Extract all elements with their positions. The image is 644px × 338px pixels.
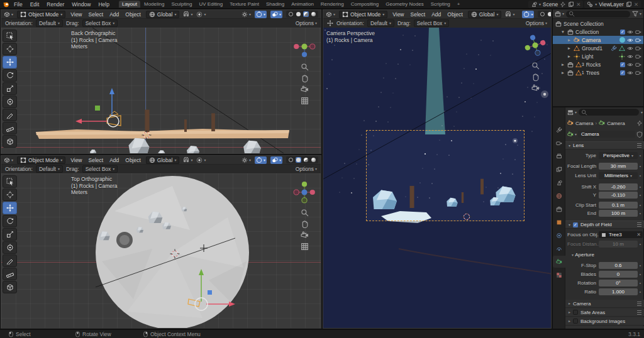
tool-select-box[interactable] (3, 175, 17, 188)
gizmos-dropdown[interactable]: ▾ (522, 11, 534, 18)
exclude-checkbox[interactable]: ✓ (620, 30, 625, 35)
render-visibility-icon[interactable] (635, 29, 641, 35)
scene-selector[interactable]: ▾ Scene ✕ (528, 1, 583, 8)
tab-layout[interactable]: Layout (119, 1, 140, 8)
tab-modeling[interactable]: Modeling (141, 1, 167, 8)
tool-measure[interactable] (3, 268, 17, 280)
viewport-display-section-header[interactable]: ▸Viewport Display (565, 326, 644, 329)
filter-dropdown[interactable]: ▾ (632, 11, 641, 17)
safe-areas-section-header[interactable]: ▸Safe Areas (565, 308, 644, 317)
shading-wireframe-button[interactable] (540, 11, 545, 17)
menu-select[interactable]: Select (87, 11, 105, 18)
tool-select-box[interactable] (3, 30, 17, 42)
menu-view[interactable]: View (391, 11, 405, 18)
tool-scale[interactable] (3, 82, 17, 95)
menu-file[interactable]: File (11, 1, 26, 8)
tab-physics[interactable] (553, 229, 565, 241)
render-visibility-icon[interactable] (635, 45, 641, 52)
tool-move[interactable] (3, 202, 17, 214)
hide-eye-icon[interactable] (627, 70, 633, 76)
menu-add[interactable]: Add (108, 11, 120, 18)
dof-checkbox[interactable]: ✓ (573, 222, 578, 227)
mode-dropdown[interactable]: Object Mode▾ (17, 156, 65, 164)
tab-rendering[interactable]: Rendering (318, 1, 347, 8)
lens-unit-dropdown[interactable]: Millimeters▾ (599, 172, 638, 179)
tab-animation[interactable]: Animation (288, 1, 317, 8)
menu-edit[interactable]: Edit (27, 1, 43, 8)
tool-measure[interactable] (3, 122, 17, 134)
drag-setting-dropdown[interactable]: Select Box▾ (82, 165, 118, 173)
hide-eye-icon[interactable] (627, 37, 633, 43)
expand-icon[interactable]: ► (567, 38, 572, 42)
clip-start-field[interactable]: 0.1 m (599, 202, 638, 209)
menu-view[interactable]: View (69, 157, 83, 163)
menu-render[interactable]: Render (43, 1, 67, 8)
tool-add-cube[interactable] (3, 135, 17, 148)
menu-object[interactable]: Object (446, 11, 464, 18)
outliner-row-light[interactable]: ► Light (553, 52, 643, 60)
tool-annotate[interactable] (3, 109, 17, 121)
options-dropdown[interactable]: Options▾ (296, 20, 317, 26)
outliner-search-input[interactable] (566, 11, 630, 18)
tab-output[interactable] (553, 150, 565, 162)
move-gizmo[interactable] (75, 88, 119, 127)
tab-scripting[interactable]: Scripting (428, 1, 453, 8)
shading-material-button[interactable] (303, 157, 309, 163)
orientation-gizmo[interactable] (291, 33, 318, 60)
tab-compositing[interactable]: Compositing (348, 1, 382, 8)
mode-dropdown[interactable]: Object Mode▾ (339, 11, 387, 18)
editor-type-button[interactable]: ▾ (567, 109, 577, 116)
camera-view-icon[interactable] (531, 84, 540, 92)
menu-help[interactable]: Help (95, 1, 112, 8)
camera-view-icon[interactable] (301, 85, 309, 94)
editor-type-button[interactable]: ▾ (326, 11, 335, 18)
focus-object-field[interactable]: Tree3 ✕ (599, 231, 643, 238)
expand-icon[interactable]: ► (560, 62, 565, 67)
tool-move[interactable] (3, 56, 17, 68)
expand-icon[interactable]: ► (567, 54, 572, 58)
tab-world[interactable] (553, 190, 565, 202)
tab-view-layer[interactable] (553, 163, 565, 175)
orientation-dropdown[interactable]: Global▾ (146, 156, 180, 164)
menu-select[interactable]: Select (409, 11, 427, 18)
add-workspace-button[interactable]: + (454, 1, 464, 8)
zoom-icon[interactable] (301, 63, 309, 71)
orientation-setting-dropdown[interactable]: Default▾ (36, 165, 63, 173)
tab-sculpting[interactable]: Sculpting (168, 1, 195, 8)
tab-texture[interactable] (553, 269, 565, 281)
tool-transform[interactable] (3, 241, 17, 254)
safe-areas-checkbox[interactable] (573, 310, 578, 315)
tab-scene[interactable] (553, 177, 565, 188)
focal-length-field[interactable]: 30 mm (599, 163, 638, 170)
blender-logo-icon[interactable] (3, 1, 9, 8)
proportional-editing-toggle[interactable]: ▾ (196, 11, 206, 18)
exclude-checkbox[interactable]: ✓ (620, 62, 625, 67)
background-images-checkbox[interactable] (573, 319, 578, 324)
viewport-top[interactable]: ▾ Object Mode▾ View Select Add Object Gl… (0, 155, 322, 329)
menu-window[interactable]: Window (69, 1, 94, 8)
shading-solid-button[interactable] (547, 11, 551, 17)
shading-solid-button[interactable] (296, 11, 301, 17)
background-images-section-header[interactable]: ▸Background Images (565, 317, 644, 325)
drag-setting-dropdown[interactable]: Select Box▾ (414, 19, 450, 27)
render-visibility-icon[interactable] (635, 62, 641, 68)
viewport-back[interactable]: ▾ Object Mode▾ View Select Add Object Gl… (0, 9, 322, 155)
pan-icon[interactable] (301, 220, 309, 228)
tool-cursor[interactable] (3, 43, 17, 55)
view-layer-selector[interactable]: ▾ ViewLayer ✕ (584, 1, 641, 8)
tab-object-data[interactable] (553, 256, 565, 268)
tab-collection[interactable] (553, 203, 565, 215)
hide-eye-icon[interactable] (627, 29, 633, 35)
pin-icon[interactable] (560, 1, 566, 8)
delete-scene-icon[interactable]: ✕ (576, 1, 580, 8)
viewport-back-scene[interactable] (1, 28, 321, 153)
shading-rendered-button[interactable] (311, 157, 316, 163)
hide-eye-icon[interactable] (627, 62, 633, 68)
datablock-name-field[interactable]: Camera (578, 131, 635, 138)
editor-type-button[interactable]: ▾ (4, 11, 13, 18)
dof-panel-header[interactable]: ▾✓Depth of Field (565, 221, 644, 229)
clear-focus-object-icon[interactable]: ✕ (636, 231, 641, 238)
options-dropdown[interactable]: Options▾ (526, 20, 547, 26)
viewport-top-scene[interactable] (1, 173, 321, 328)
gizmos-dropdown[interactable]: ▾ (255, 11, 267, 18)
